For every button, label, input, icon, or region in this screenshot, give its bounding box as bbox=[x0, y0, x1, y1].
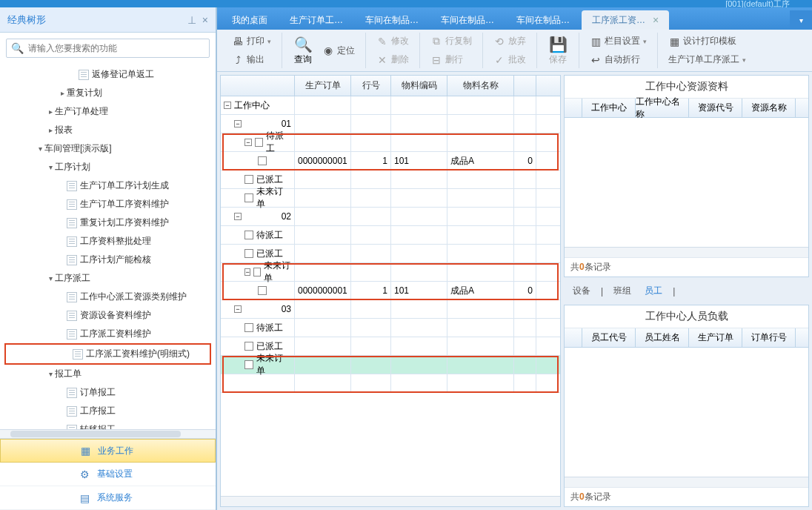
grid-group[interactable]: −02 bbox=[221, 208, 560, 226]
wrap-icon: ↩ bbox=[590, 54, 602, 66]
checkbox[interactable] bbox=[244, 193, 253, 202]
collapse-icon[interactable]: − bbox=[244, 268, 250, 276]
grid-category[interactable]: 待派工 bbox=[221, 226, 560, 245]
tree-item[interactable]: 生产订单工序计划生成 bbox=[0, 176, 216, 195]
sidebar-close-icon[interactable]: × bbox=[202, 14, 208, 26]
grid-category[interactable]: 待派工 bbox=[221, 319, 560, 337]
tree-item[interactable]: 订单报工 bbox=[0, 383, 216, 402]
colset-button[interactable]: ▥栏目设置▾ bbox=[585, 33, 651, 49]
copyrow-button[interactable]: ⧉行复制 bbox=[426, 33, 476, 49]
query-button[interactable]: 🔍查询 bbox=[288, 34, 318, 67]
delete-button[interactable]: ✕删除 bbox=[372, 52, 413, 67]
collapse-icon[interactable]: − bbox=[224, 102, 231, 109]
search-input[interactable] bbox=[28, 43, 204, 53]
document-tab[interactable]: 车间在制品… bbox=[355, 10, 429, 30]
checkbox[interactable] bbox=[258, 286, 267, 295]
load-scrollbar[interactable] bbox=[565, 477, 808, 487]
collapse-icon[interactable]: − bbox=[244, 139, 252, 146]
tab-overflow-icon[interactable]: ▾ bbox=[790, 10, 812, 30]
grid-category[interactable]: 未来订单 bbox=[221, 189, 560, 208]
checkbox[interactable] bbox=[244, 231, 253, 239]
save-button[interactable]: 💾保存 bbox=[543, 34, 573, 67]
designtpl-button[interactable]: ▦设计打印模板 bbox=[664, 33, 741, 49]
grid-header-order[interactable]: 生产订单 bbox=[295, 76, 351, 96]
sidebar-search[interactable]: 🔍 bbox=[6, 39, 210, 58]
modify-button[interactable]: ✎修改 bbox=[372, 33, 413, 49]
output-button[interactable]: ⤴输出 bbox=[227, 52, 269, 67]
tree-item[interactable]: ▾工序派工 bbox=[0, 269, 216, 288]
tree-item[interactable]: 资源设备资料维护 bbox=[0, 306, 216, 325]
document-tab[interactable]: 车间在制品… bbox=[430, 10, 505, 30]
tree-item[interactable]: 转移报工 bbox=[0, 420, 216, 429]
checkbox[interactable] bbox=[244, 249, 253, 258]
abandon-button[interactable]: ⟲放弃 bbox=[489, 33, 530, 49]
tree-item[interactable]: 工序派工资料维护 bbox=[0, 325, 216, 343]
document-tab[interactable]: 生产订单工… bbox=[279, 10, 353, 30]
tree-item[interactable]: 重复计划工序资料维护 bbox=[0, 213, 216, 232]
collapse-icon[interactable]: − bbox=[234, 120, 242, 128]
tree-scrollbar[interactable] bbox=[0, 429, 216, 438]
tree-item[interactable]: 工作中心派工资源类别维护 bbox=[0, 288, 216, 306]
document-tab[interactable]: 我的桌面 bbox=[222, 10, 278, 30]
tree-item[interactable]: 生产订单工序资料维护 bbox=[0, 195, 216, 213]
checkbox[interactable] bbox=[253, 268, 261, 276]
print-button[interactable]: 🖶打印▾ bbox=[227, 33, 276, 49]
panel-column-header[interactable]: 工作中心名称 bbox=[636, 99, 689, 117]
grid-header-matcode[interactable]: 物料编码 bbox=[391, 76, 447, 96]
tree-item[interactable]: ▾工序计划 bbox=[0, 158, 216, 176]
pin-icon[interactable]: ⊥ bbox=[187, 14, 196, 26]
resource-scrollbar[interactable] bbox=[565, 247, 808, 257]
document-tab[interactable]: 工序派工资… bbox=[582, 10, 669, 30]
checkbox[interactable] bbox=[244, 175, 253, 184]
panel-column-header[interactable]: 订单行号 bbox=[742, 328, 796, 347]
subtab-staff[interactable]: 员工 bbox=[642, 283, 665, 299]
tree-item[interactable]: ▾报工单 bbox=[0, 365, 216, 383]
bottom-nav-item[interactable]: ▦业务工作 bbox=[0, 439, 216, 463]
tree-item[interactable]: ▸报表 bbox=[0, 121, 216, 139]
subtab-device[interactable]: 设备 bbox=[570, 283, 593, 299]
grid-header-line[interactable]: 行号 bbox=[351, 76, 391, 96]
grid-empty-row[interactable] bbox=[221, 374, 560, 393]
checkbox[interactable] bbox=[244, 360, 253, 369]
grid-data-row[interactable]: 00000000011101成品A0 bbox=[221, 152, 560, 170]
panel-column-header[interactable]: 生产订单 bbox=[689, 328, 742, 347]
collapse-icon[interactable]: − bbox=[234, 213, 242, 220]
checkbox[interactable] bbox=[244, 342, 253, 351]
grid-category[interactable]: −待派工 bbox=[221, 133, 560, 152]
tree-item[interactable]: ▾车间管理[演示版] bbox=[0, 139, 216, 158]
tree-item[interactable]: 工序派工资料维护(明细式) bbox=[4, 343, 211, 365]
grid-category[interactable]: 未来订单 bbox=[221, 356, 560, 374]
panel-column-header[interactable]: 员工姓名 bbox=[636, 328, 689, 347]
locate-button[interactable]: ◉定位 bbox=[318, 43, 359, 59]
panel-column-header[interactable]: 资源代号 bbox=[689, 99, 742, 117]
grid-data-row[interactable]: 00000000011101成品A0 bbox=[221, 282, 560, 300]
panel-column-header[interactable]: 工作中心 bbox=[582, 99, 636, 117]
tree-item[interactable]: 工序报工 bbox=[0, 402, 216, 420]
document-tab[interactable]: 车间在制品… bbox=[506, 10, 580, 30]
tree-item[interactable]: 返修登记单返工 bbox=[0, 65, 216, 84]
grid-group[interactable]: −03 bbox=[221, 300, 560, 319]
bottom-nav-item[interactable]: ▤系统服务 bbox=[0, 486, 216, 510]
grid-scrollbar[interactable] bbox=[221, 496, 560, 506]
grid-header-matname[interactable]: 物料名称 bbox=[447, 76, 514, 96]
panel-column-header[interactable] bbox=[565, 328, 582, 347]
prodorder-button[interactable]: 生产订单工序派工▾ bbox=[664, 52, 751, 67]
panel-column-header[interactable] bbox=[565, 99, 582, 117]
checkbox[interactable] bbox=[255, 138, 263, 147]
checkbox[interactable] bbox=[258, 156, 267, 165]
autowrap-button[interactable]: ↩自动折行 bbox=[585, 52, 645, 67]
bottom-nav-item[interactable]: ⚙基础设置 bbox=[0, 463, 216, 486]
panel-column-header[interactable]: 资源名称 bbox=[742, 99, 796, 117]
panel-column-header[interactable]: 员工代号 bbox=[582, 328, 636, 347]
grid-category[interactable]: −未来订单 bbox=[221, 263, 560, 282]
tree-item[interactable]: ▸重复计划 bbox=[0, 84, 216, 102]
delrow-button[interactable]: ⊟删行 bbox=[426, 52, 467, 67]
collapse-icon[interactable]: − bbox=[234, 305, 242, 313]
tree-item[interactable]: ▸生产订单处理 bbox=[0, 102, 216, 121]
checkbox[interactable] bbox=[244, 323, 253, 332]
subtab-team[interactable]: 班组 bbox=[610, 283, 634, 299]
approve-button[interactable]: ✓批改 bbox=[489, 52, 530, 67]
tree-item[interactable]: 工序资料整批处理 bbox=[0, 232, 216, 251]
tree-item[interactable]: 工序计划产能检核 bbox=[0, 251, 216, 269]
grid-root[interactable]: −工作中心 bbox=[221, 96, 560, 115]
